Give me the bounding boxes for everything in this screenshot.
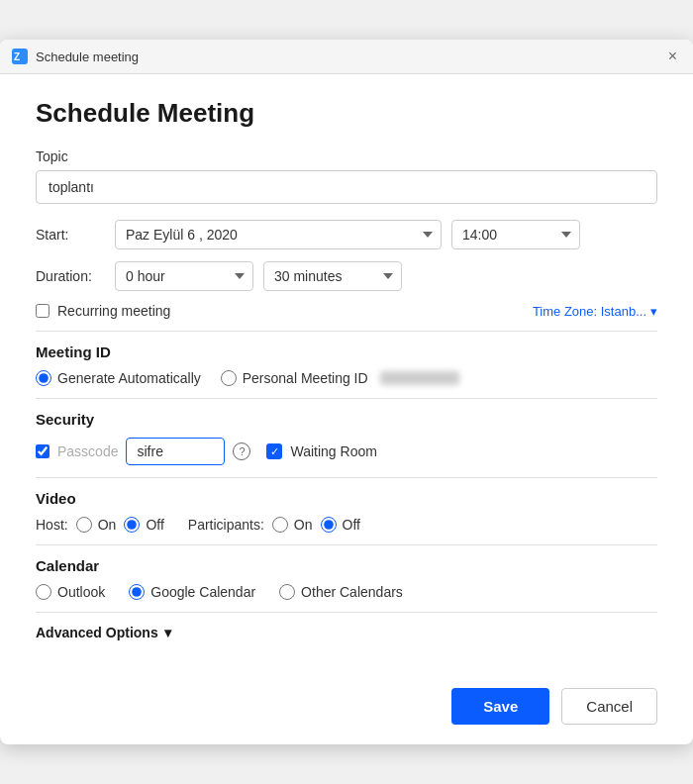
personal-meeting-option[interactable]: Personal Meeting ID (221, 370, 459, 386)
schedule-meeting-window: Z Schedule meeting × Schedule Meeting To… (0, 40, 693, 744)
calendar-row: Outlook Google Calendar Other Calendars (36, 584, 657, 600)
outlook-label: Outlook (57, 584, 105, 600)
waiting-room-label: Waiting Room (290, 443, 376, 459)
recurring-section: Recurring meeting (36, 303, 170, 319)
recurring-label[interactable]: Recurring meeting (57, 303, 170, 319)
participants-off-radio[interactable] (321, 517, 337, 533)
passcode-label[interactable]: Passcode (57, 443, 118, 459)
video-title: Video (36, 490, 657, 507)
divider-3 (36, 477, 657, 478)
advanced-options-toggle[interactable]: Advanced Options ▾ (36, 625, 657, 640)
host-on-label: On (98, 517, 117, 533)
outlook-radio[interactable] (36, 584, 51, 600)
title-bar-left: Z Schedule meeting (12, 49, 139, 64)
host-on-option[interactable]: On (76, 517, 117, 533)
waiting-room-checkbox[interactable] (266, 443, 282, 459)
host-label: Host: (36, 517, 68, 533)
advanced-options-label: Advanced Options (36, 625, 158, 640)
timezone-label: Time Zone: Istanb... (533, 304, 646, 319)
advanced-options-chevron: ▾ (164, 625, 171, 640)
google-calendar-radio[interactable] (129, 584, 145, 600)
outlook-option[interactable]: Outlook (36, 584, 105, 600)
close-button[interactable]: × (664, 49, 681, 64)
participants-off-label: Off (343, 517, 360, 533)
passcode-input[interactable] (126, 438, 225, 465)
title-bar: Z Schedule meeting × (0, 40, 693, 74)
topic-input[interactable] (36, 170, 657, 204)
divider-5 (36, 612, 657, 613)
generate-auto-radio[interactable] (36, 370, 51, 386)
participants-on-label: On (294, 517, 313, 533)
other-calendars-radio[interactable] (279, 584, 295, 600)
google-calendar-option[interactable]: Google Calendar (129, 584, 255, 600)
svg-text:Z: Z (14, 51, 20, 62)
passcode-section: Passcode ? (36, 438, 250, 465)
footer: Save Cancel (0, 676, 693, 744)
window-title: Schedule meeting (36, 49, 139, 64)
google-calendar-label: Google Calendar (150, 584, 255, 600)
duration-row: Duration: 0 hour 1 hour 2 hours 0 minute… (36, 261, 657, 291)
meeting-id-row: Generate Automatically Personal Meeting … (36, 370, 657, 386)
participants-off-option[interactable]: Off (321, 517, 360, 533)
recurring-checkbox[interactable] (36, 304, 50, 318)
start-time-select[interactable]: 14:00 (451, 220, 580, 249)
personal-meeting-label: Personal Meeting ID (243, 370, 368, 386)
save-button[interactable]: Save (451, 688, 549, 725)
participants-on-option[interactable]: On (272, 517, 313, 533)
cancel-button[interactable]: Cancel (561, 688, 657, 725)
generate-auto-label: Generate Automatically (57, 370, 201, 386)
host-off-option[interactable]: Off (124, 517, 163, 533)
divider-2 (36, 398, 657, 399)
timezone-button[interactable]: Time Zone: Istanb... ▾ (533, 304, 657, 319)
host-on-radio[interactable] (76, 517, 92, 533)
duration-minutes-select[interactable]: 0 minutes 15 minutes 30 minutes 45 minut… (263, 261, 402, 291)
other-calendars-option[interactable]: Other Calendars (279, 584, 403, 600)
duration-label: Duration: (36, 268, 105, 284)
host-off-label: Off (146, 517, 163, 533)
participants-label: Participants: (188, 517, 264, 533)
page-title: Schedule Meeting (36, 98, 657, 129)
video-row: Host: On Off Participants: On O (36, 517, 657, 533)
security-title: Security (36, 411, 657, 428)
zoom-icon: Z (12, 49, 28, 64)
security-row: Passcode ? Waiting Room (36, 438, 657, 465)
divider-1 (36, 331, 657, 332)
main-content: Schedule Meeting Topic Start: Paz Eylül … (0, 74, 693, 676)
help-icon[interactable]: ? (233, 442, 250, 460)
start-label: Start: (36, 227, 105, 243)
meeting-id-title: Meeting ID (36, 343, 657, 360)
divider-4 (36, 544, 657, 545)
timezone-chevron: ▾ (650, 304, 657, 319)
host-video-group: Host: On Off (36, 517, 164, 533)
host-off-radio[interactable] (124, 517, 140, 533)
waiting-room-section: Waiting Room (266, 443, 376, 459)
generate-auto-option[interactable]: Generate Automatically (36, 370, 201, 386)
recurring-timezone-row: Recurring meeting Time Zone: Istanb... ▾ (36, 303, 657, 319)
participants-on-radio[interactable] (272, 517, 288, 533)
personal-meeting-id-blurred (380, 371, 459, 385)
start-row: Start: Paz Eylül 6 , 2020 14:00 (36, 220, 657, 249)
start-date-select[interactable]: Paz Eylül 6 , 2020 (115, 220, 442, 249)
other-calendars-label: Other Calendars (301, 584, 403, 600)
topic-label: Topic (36, 148, 657, 164)
calendar-title: Calendar (36, 557, 657, 574)
duration-hour-select[interactable]: 0 hour 1 hour 2 hours (115, 261, 253, 291)
passcode-checkbox[interactable] (36, 444, 50, 458)
personal-meeting-radio[interactable] (221, 370, 237, 386)
participants-video-group: Participants: On Off (188, 517, 360, 533)
